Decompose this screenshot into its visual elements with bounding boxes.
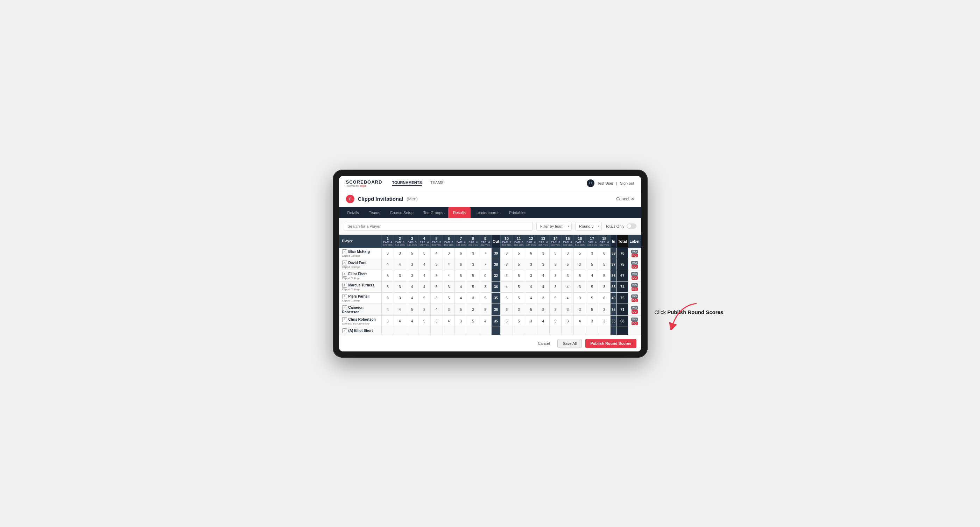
score-cell-h17[interactable]: 5 bbox=[586, 259, 598, 270]
score-cell-h14[interactable]: 3 bbox=[549, 303, 562, 316]
score-cell-h2[interactable]: 4 bbox=[394, 259, 406, 270]
score-cell-h4[interactable]: 3 bbox=[418, 303, 430, 316]
score-cell-h8[interactable] bbox=[467, 327, 479, 335]
score-cell-h4[interactable]: 4 bbox=[418, 259, 430, 270]
dq-badge[interactable]: DQ bbox=[632, 321, 638, 325]
score-cell-h1[interactable]: 3 bbox=[382, 292, 394, 303]
score-cell-h8[interactable]: 5 bbox=[467, 316, 479, 327]
score-cell-h7[interactable]: 6 bbox=[455, 259, 467, 270]
score-cell-h11[interactable]: 5 bbox=[512, 248, 525, 259]
tab-results[interactable]: Results bbox=[448, 207, 471, 218]
score-cell-h18[interactable]: 3 bbox=[598, 303, 611, 316]
score-cell-h6[interactable]: 4 bbox=[442, 316, 455, 327]
wd-badge[interactable]: WD bbox=[631, 317, 638, 321]
score-cell-h14[interactable]: 5 bbox=[549, 248, 562, 259]
score-cell-h15[interactable]: 3 bbox=[562, 248, 574, 259]
score-cell-h11[interactable] bbox=[512, 327, 525, 335]
score-cell-h18[interactable]: 5 bbox=[598, 270, 611, 281]
score-cell-h2[interactable]: 4 bbox=[394, 303, 406, 316]
dq-badge[interactable]: DQ bbox=[632, 298, 638, 302]
score-cell-h3[interactable]: 4 bbox=[406, 316, 418, 327]
score-cell-h9[interactable] bbox=[479, 327, 492, 335]
score-cell-h8[interactable]: 3 bbox=[467, 292, 479, 303]
score-cell-h10[interactable]: 4 bbox=[501, 281, 513, 292]
score-cell-h2[interactable] bbox=[394, 327, 406, 335]
score-cell-h6[interactable]: 4 bbox=[442, 259, 455, 270]
filter-team-select[interactable]: Filter by team bbox=[536, 222, 572, 231]
score-cell-h12[interactable]: 3 bbox=[525, 270, 537, 281]
score-cell-h12[interactable]: 6 bbox=[525, 248, 537, 259]
score-cell-h7[interactable]: 3 bbox=[455, 316, 467, 327]
dq-badge[interactable]: DQ bbox=[632, 254, 638, 257]
score-cell-h7[interactable]: 4 bbox=[455, 281, 467, 292]
score-cell-h3[interactable]: 3 bbox=[406, 270, 418, 281]
score-cell-h18[interactable]: 6 bbox=[598, 248, 611, 259]
score-cell-h10[interactable]: 3 bbox=[501, 270, 513, 281]
score-cell-h11[interactable]: 5 bbox=[512, 270, 525, 281]
tab-tee-groups[interactable]: Tee Groups bbox=[418, 207, 448, 218]
score-cell-h6[interactable]: 4 bbox=[442, 270, 455, 281]
score-cell-h9[interactable]: 0 bbox=[479, 270, 492, 281]
score-cell-h15[interactable]: 3 bbox=[562, 316, 574, 327]
score-cell-h13[interactable] bbox=[537, 327, 549, 335]
score-cell-h5[interactable]: 3 bbox=[430, 259, 442, 270]
score-cell-h17[interactable]: 5 bbox=[586, 292, 598, 303]
score-cell-h4[interactable]: 4 bbox=[418, 270, 430, 281]
round-select[interactable]: Round 3 bbox=[575, 222, 602, 231]
score-cell-h4[interactable]: 5 bbox=[418, 292, 430, 303]
score-cell-h14[interactable]: 5 bbox=[549, 292, 562, 303]
score-cell-h6[interactable]: 3 bbox=[442, 281, 455, 292]
score-cell-h11[interactable]: 5 bbox=[512, 292, 525, 303]
score-cell-h3[interactable]: 5 bbox=[406, 248, 418, 259]
score-cell-h6[interactable] bbox=[442, 327, 455, 335]
nav-teams[interactable]: TEAMS bbox=[430, 181, 444, 186]
score-cell-h18[interactable]: 5 bbox=[598, 259, 611, 270]
score-cell-h13[interactable]: 3 bbox=[537, 248, 549, 259]
score-cell-h15[interactable]: 4 bbox=[562, 281, 574, 292]
score-cell-h5[interactable] bbox=[430, 327, 442, 335]
score-cell-h8[interactable]: 5 bbox=[467, 270, 479, 281]
score-cell-h17[interactable]: 5 bbox=[586, 281, 598, 292]
score-cell-h9[interactable]: 7 bbox=[479, 259, 492, 270]
wd-badge[interactable]: WD bbox=[631, 261, 638, 265]
score-cell-h18[interactable]: 6 bbox=[598, 292, 611, 303]
search-input[interactable] bbox=[344, 222, 533, 231]
score-cell-h5[interactable]: 3 bbox=[430, 292, 442, 303]
score-cell-h17[interactable] bbox=[586, 327, 598, 335]
score-cell-h12[interactable]: 4 bbox=[525, 292, 537, 303]
score-cell-h13[interactable]: 3 bbox=[537, 292, 549, 303]
score-cell-h12[interactable]: 4 bbox=[525, 281, 537, 292]
score-cell-h4[interactable]: 4 bbox=[418, 281, 430, 292]
score-cell-h10[interactable]: 5 bbox=[501, 292, 513, 303]
score-cell-h9[interactable]: 5 bbox=[479, 303, 492, 316]
sign-out-link[interactable]: Sign out bbox=[620, 181, 634, 185]
score-cell-h12[interactable]: 3 bbox=[525, 316, 537, 327]
score-cell-h13[interactable]: 4 bbox=[537, 316, 549, 327]
score-cell-h16[interactable]: 5 bbox=[574, 248, 586, 259]
score-cell-h13[interactable]: 4 bbox=[537, 270, 549, 281]
score-cell-h6[interactable]: 3 bbox=[442, 248, 455, 259]
wd-badge[interactable]: WD bbox=[631, 272, 638, 276]
score-cell-h14[interactable]: 3 bbox=[549, 281, 562, 292]
score-cell-h12[interactable] bbox=[525, 327, 537, 335]
score-cell-h2[interactable]: 3 bbox=[394, 248, 406, 259]
score-cell-h16[interactable]: 3 bbox=[574, 259, 586, 270]
score-cell-h1[interactable]: 5 bbox=[382, 281, 394, 292]
score-cell-h3[interactable]: 3 bbox=[406, 259, 418, 270]
score-cell-h11[interactable]: 5 bbox=[512, 316, 525, 327]
score-cell-h17[interactable]: 5 bbox=[586, 303, 598, 316]
score-cell-h10[interactable]: 3 bbox=[501, 248, 513, 259]
score-cell-h3[interactable]: 5 bbox=[406, 303, 418, 316]
score-cell-h6[interactable]: 3 bbox=[442, 303, 455, 316]
score-cell-h10[interactable]: 6 bbox=[501, 303, 513, 316]
score-cell-h15[interactable]: 3 bbox=[562, 270, 574, 281]
score-cell-h15[interactable]: 3 bbox=[562, 303, 574, 316]
score-cell-h7[interactable]: 4 bbox=[455, 292, 467, 303]
cancel-header-button[interactable]: Cancel ✕ bbox=[616, 197, 634, 202]
score-cell-h16[interactable]: 5 bbox=[574, 270, 586, 281]
score-cell-h3[interactable]: 4 bbox=[406, 292, 418, 303]
score-cell-h10[interactable]: 3 bbox=[501, 316, 513, 327]
score-cell-h11[interactable]: 5 bbox=[512, 259, 525, 270]
dq-badge[interactable]: DQ bbox=[632, 276, 638, 280]
tab-teams[interactable]: Teams bbox=[364, 207, 385, 218]
